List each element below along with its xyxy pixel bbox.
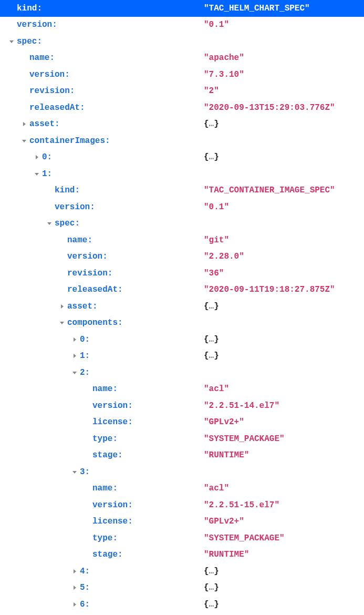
tree-row[interactable]: releasedAt: "2020-09-11T19:18:27.875Z"	[0, 282, 364, 299]
tree-collapsed-value: {…}	[204, 583, 219, 592]
tree-row[interactable]: asset: {…}	[0, 298, 364, 315]
tree-row[interactable]: version: "0.1"	[0, 199, 364, 216]
tree-key: 0:	[42, 152, 52, 162]
tree-row[interactable]: license: "GPLv2+"	[0, 414, 364, 431]
tree-value: "0.1"	[204, 20, 229, 29]
tree-value: "2"	[204, 86, 219, 96]
toggle-expanded-icon[interactable]	[45, 219, 54, 228]
tree-key: type:	[92, 434, 118, 444]
toggle-collapsed-icon[interactable]	[70, 352, 79, 360]
tree-value: "RUNTIME"	[204, 450, 249, 460]
tree-key: name:	[92, 384, 118, 394]
tree-row[interactable]: version: "2.28.0"	[0, 249, 364, 265]
tree-collapsed-value: {…}	[204, 600, 219, 609]
tree-row[interactable]: name: "git"	[0, 232, 364, 249]
tree-row[interactable]: asset: {…}	[0, 116, 364, 133]
tree-row[interactable]: spec:	[0, 33, 364, 50]
tree-key: stage:	[92, 550, 123, 559]
toggle-collapsed-icon[interactable]	[20, 120, 28, 128]
tree-row[interactable]: 0: {…}	[0, 331, 364, 348]
tree-key: stage:	[92, 450, 123, 460]
toggle-expanded-icon[interactable]	[70, 468, 79, 476]
toggle-collapsed-icon[interactable]	[33, 153, 41, 161]
tree-value: "36"	[204, 269, 224, 278]
tree-row[interactable]: name: "acl"	[0, 381, 364, 398]
tree-row[interactable]: 3:	[0, 464, 364, 480]
toggle-expanded-icon[interactable]	[33, 170, 41, 178]
tree-row[interactable]: spec:	[0, 216, 364, 232]
tree-row[interactable]: 4: {…}	[0, 563, 364, 580]
toggle-collapsed-icon[interactable]	[70, 583, 79, 592]
tree-key: 1:	[42, 169, 52, 179]
tree-value: "0.1"	[204, 202, 229, 212]
tree-key: asset:	[67, 302, 98, 311]
tree-key: components:	[67, 318, 123, 327]
tree-value: "RUNTIME"	[204, 550, 249, 559]
tree-value: "TAC_CONTAINER_IMAGE_SPEC"	[204, 186, 335, 195]
tree-key: name:	[29, 53, 55, 63]
tree-key: version:	[92, 500, 133, 510]
tree-key: 5:	[80, 583, 90, 592]
tree-row[interactable]: version: "0.1"	[0, 17, 364, 34]
tree-row[interactable]: 1:	[0, 166, 364, 182]
tree-value: "SYSTEM_PACKAGE"	[204, 434, 285, 444]
tree-value: "2.2.51-14.el7"	[204, 401, 279, 411]
tree-row[interactable]: stage: "RUNTIME"	[0, 547, 364, 563]
tree-value: "2.2.51-15.el7"	[204, 500, 279, 510]
tree-key: kind:	[17, 4, 42, 13]
tree-row[interactable]: kind: "TAC_CONTAINER_IMAGE_SPEC"	[0, 182, 364, 199]
toggle-collapsed-icon[interactable]	[70, 600, 79, 609]
tree-value: "GPLv2+"	[204, 417, 244, 427]
toggle-collapsed-icon[interactable]	[58, 302, 66, 311]
tree-value: "acl"	[204, 384, 229, 394]
tree-value: "2.28.0"	[204, 252, 244, 261]
tree-key: license:	[92, 417, 133, 427]
tree-row[interactable]: license: "GPLv2+"	[0, 514, 364, 530]
tree-collapsed-value: {…}	[204, 152, 219, 162]
tree-row[interactable]: revision: "36"	[0, 265, 364, 282]
tree-key: containerImages:	[29, 136, 110, 146]
tree-collapsed-value: {…}	[204, 351, 219, 361]
tree-key: version:	[67, 252, 108, 261]
tree-key: revision:	[29, 86, 75, 96]
tree-row[interactable]: stage: "RUNTIME"	[0, 447, 364, 464]
tree-key: license:	[92, 517, 133, 526]
tree-row[interactable]: name: "acl"	[0, 480, 364, 497]
tree-key: 1:	[80, 351, 90, 361]
toggle-collapsed-icon[interactable]	[70, 335, 79, 344]
tree-row[interactable]: 6: {…}	[0, 596, 364, 613]
toggle-expanded-icon[interactable]	[58, 319, 66, 327]
tree-row[interactable]: kind: "TAC_HELM_CHART_SPEC"	[0, 0, 364, 17]
tree-row[interactable]: version: "2.2.51-14.el7"	[0, 397, 364, 414]
toggle-expanded-icon[interactable]	[20, 137, 28, 145]
tree-value: "acl"	[204, 484, 229, 493]
toggle-expanded-icon[interactable]	[7, 37, 16, 46]
tree-row[interactable]: type: "SYSTEM_PACKAGE"	[0, 430, 364, 447]
tree-value: "GPLv2+"	[204, 517, 244, 526]
tree-key: releasedAt:	[67, 285, 123, 294]
tree-row[interactable]: type: "SYSTEM_PACKAGE"	[0, 530, 364, 547]
tree-row[interactable]: version: "2.2.51-15.el7"	[0, 497, 364, 514]
tree-row[interactable]: revision: "2"	[0, 83, 364, 100]
tree-row[interactable]: 0: {…}	[0, 149, 364, 166]
tree-key: 6:	[80, 600, 90, 609]
tree-row[interactable]: containerImages:	[0, 132, 364, 149]
tree-key: name:	[67, 235, 92, 245]
tree-value: "git"	[204, 235, 229, 245]
tree-key: 3:	[80, 467, 90, 477]
tree-row[interactable]: 5: {…}	[0, 580, 364, 597]
tree-key: version:	[55, 202, 95, 212]
tree-row[interactable]: version: "7.3.10"	[0, 66, 364, 83]
tree-row[interactable]: releasedAt: "2020-09-13T15:29:03.776Z"	[0, 99, 364, 116]
tree-key: asset:	[29, 119, 60, 129]
tree-row[interactable]: 2:	[0, 364, 364, 381]
tree-key: version:	[29, 70, 70, 79]
tree-row[interactable]: 1: {…}	[0, 348, 364, 365]
tree-key: spec:	[17, 37, 42, 46]
toggle-expanded-icon[interactable]	[70, 368, 79, 377]
tree-value: "TAC_HELM_CHART_SPEC"	[204, 4, 310, 13]
tree-row[interactable]: name: "apache"	[0, 50, 364, 67]
toggle-collapsed-icon[interactable]	[70, 567, 79, 576]
tree-row[interactable]: components:	[0, 315, 364, 332]
tree-value: "SYSTEM_PACKAGE"	[204, 534, 285, 543]
